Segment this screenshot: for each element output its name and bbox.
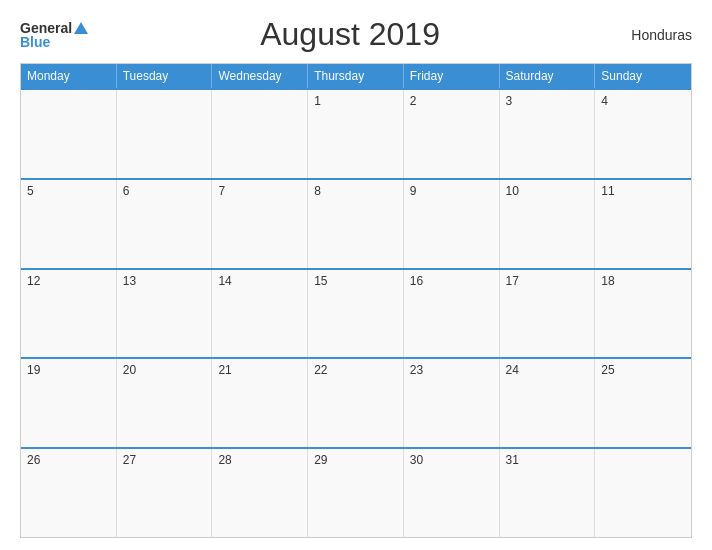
day-number: 5: [27, 184, 34, 198]
day-header-friday: Friday: [404, 64, 500, 88]
day-number: 13: [123, 274, 136, 288]
day-cell: 17: [500, 270, 596, 358]
day-cell: 29: [308, 449, 404, 537]
day-cell: 12: [21, 270, 117, 358]
day-number: 4: [601, 94, 608, 108]
day-cell: 7: [212, 180, 308, 268]
day-cell: 13: [117, 270, 213, 358]
day-cell: 30: [404, 449, 500, 537]
country-label: Honduras: [612, 27, 692, 43]
day-cell: 11: [595, 180, 691, 268]
day-number: 28: [218, 453, 231, 467]
week-row-5: 262728293031: [21, 447, 691, 537]
day-cell: 5: [21, 180, 117, 268]
day-number: 14: [218, 274, 231, 288]
day-cell: 16: [404, 270, 500, 358]
day-number: 3: [506, 94, 513, 108]
day-cell: 6: [117, 180, 213, 268]
weeks: 1234567891011121314151617181920212223242…: [21, 88, 691, 537]
day-number: 31: [506, 453, 519, 467]
day-cell: 1: [308, 90, 404, 178]
day-number: 12: [27, 274, 40, 288]
day-cell: 18: [595, 270, 691, 358]
logo-triangle-icon: [74, 22, 88, 34]
day-cell: 31: [500, 449, 596, 537]
logo-blue-text: Blue: [20, 35, 50, 49]
day-number: 9: [410, 184, 417, 198]
day-number: 30: [410, 453, 423, 467]
day-cell: 14: [212, 270, 308, 358]
day-number: 17: [506, 274, 519, 288]
day-number: 25: [601, 363, 614, 377]
calendar: MondayTuesdayWednesdayThursdayFridaySatu…: [20, 63, 692, 538]
day-cell: 10: [500, 180, 596, 268]
day-number: 15: [314, 274, 327, 288]
day-number: 8: [314, 184, 321, 198]
day-cell: [21, 90, 117, 178]
logo: General Blue: [20, 21, 88, 49]
logo-general-text: General: [20, 21, 72, 35]
day-cell: 21: [212, 359, 308, 447]
day-number: 27: [123, 453, 136, 467]
calendar-title: August 2019: [88, 16, 612, 53]
day-cell: 4: [595, 90, 691, 178]
day-number: 23: [410, 363, 423, 377]
day-number: 16: [410, 274, 423, 288]
day-cell: 15: [308, 270, 404, 358]
day-cell: 22: [308, 359, 404, 447]
day-number: 6: [123, 184, 130, 198]
day-cell: 24: [500, 359, 596, 447]
day-cell: 26: [21, 449, 117, 537]
day-number: 20: [123, 363, 136, 377]
day-cell: 3: [500, 90, 596, 178]
day-cell: [212, 90, 308, 178]
week-row-4: 19202122232425: [21, 357, 691, 447]
day-cell: 19: [21, 359, 117, 447]
day-cell: 27: [117, 449, 213, 537]
week-row-2: 567891011: [21, 178, 691, 268]
day-header-wednesday: Wednesday: [212, 64, 308, 88]
day-number: 2: [410, 94, 417, 108]
day-number: 7: [218, 184, 225, 198]
day-cell: 2: [404, 90, 500, 178]
page: General Blue August 2019 Honduras Monday…: [0, 0, 712, 550]
day-cell: 9: [404, 180, 500, 268]
day-cell: [595, 449, 691, 537]
day-cell: 20: [117, 359, 213, 447]
day-number: 11: [601, 184, 614, 198]
day-headers: MondayTuesdayWednesdayThursdayFridaySatu…: [21, 64, 691, 88]
day-number: 10: [506, 184, 519, 198]
day-header-monday: Monday: [21, 64, 117, 88]
day-cell: [117, 90, 213, 178]
day-number: 18: [601, 274, 614, 288]
day-cell: 28: [212, 449, 308, 537]
header: General Blue August 2019 Honduras: [20, 16, 692, 53]
day-number: 22: [314, 363, 327, 377]
day-number: 19: [27, 363, 40, 377]
day-number: 24: [506, 363, 519, 377]
day-number: 26: [27, 453, 40, 467]
day-cell: 23: [404, 359, 500, 447]
day-cell: 25: [595, 359, 691, 447]
day-header-thursday: Thursday: [308, 64, 404, 88]
day-number: 1: [314, 94, 321, 108]
day-header-saturday: Saturday: [500, 64, 596, 88]
day-number: 29: [314, 453, 327, 467]
day-cell: 8: [308, 180, 404, 268]
day-header-sunday: Sunday: [595, 64, 691, 88]
day-number: 21: [218, 363, 231, 377]
week-row-3: 12131415161718: [21, 268, 691, 358]
week-row-1: 1234: [21, 88, 691, 178]
day-header-tuesday: Tuesday: [117, 64, 213, 88]
